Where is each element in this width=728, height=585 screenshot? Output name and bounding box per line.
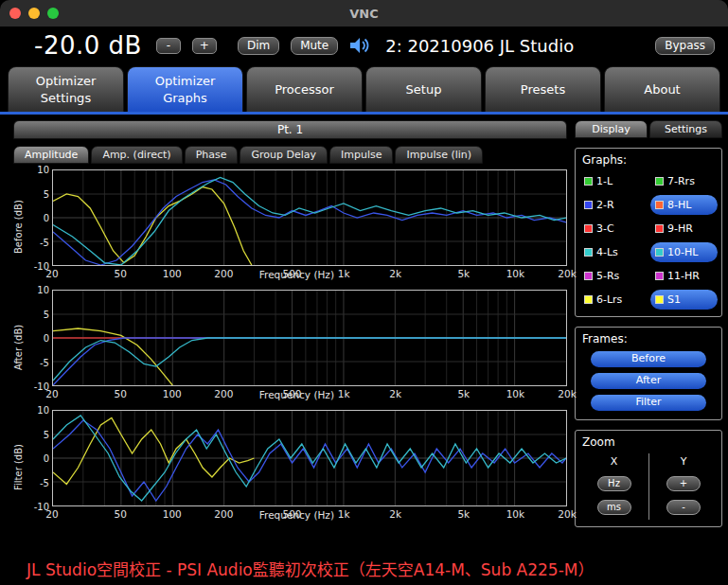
- y-tick-column: 1050-5-10: [27, 410, 52, 506]
- zoom-y-minus-button[interactable]: -: [666, 500, 701, 515]
- channel-button-9-hr[interactable]: 9-HR: [650, 219, 718, 239]
- x-tick-label: 5k: [457, 388, 470, 399]
- channel-grid: 1-L2-R3-C4-Ls5-Rs6-Lrs7-Rrs8-HL9-HR10-HL…: [579, 171, 718, 310]
- mute-button[interactable]: Mute: [291, 37, 338, 55]
- tab-setup[interactable]: Setup: [365, 66, 482, 112]
- x-tick-label: 1k: [338, 268, 350, 279]
- x-tick-label: 10k: [506, 508, 524, 520]
- channel-color-swatch: [584, 224, 593, 233]
- channel-label: 3-C: [596, 222, 614, 235]
- zoom-x-ms-button[interactable]: ms: [597, 500, 631, 515]
- tab-presets[interactable]: Presets: [485, 66, 601, 112]
- bypass-button[interactable]: Bypass: [655, 37, 715, 55]
- x-tick-row: 20501002005001k2k5k10k20kFrequency (Hz): [52, 506, 567, 524]
- frame-button-before[interactable]: Before: [591, 351, 706, 367]
- minimize-button[interactable]: [28, 8, 40, 19]
- y-tick-label: 0: [44, 453, 49, 464]
- x-tick-label: 2k: [389, 388, 401, 399]
- channel-color-swatch: [584, 272, 593, 280]
- titlebar: VNC: [0, 0, 728, 27]
- zoom-group-label: Zoom: [582, 435, 718, 449]
- channel-color-swatch: [655, 201, 664, 209]
- channel-button-1-l[interactable]: 1-L: [579, 171, 647, 191]
- frame-button-after[interactable]: After: [591, 373, 706, 389]
- window-title: VNC: [349, 7, 378, 21]
- channel-button-5-rs[interactable]: 5-Rs: [579, 266, 647, 286]
- channel-button-6-lrs[interactable]: 6-Lrs: [579, 290, 647, 310]
- fullscreen-button[interactable]: [47, 8, 59, 19]
- zoom-columns: X Hzms Y +-: [579, 453, 718, 520]
- x-tick-label: 100: [163, 388, 182, 399]
- main-tab-bar: OptimizerSettingsOptimizerGraphsProcesso…: [0, 64, 728, 112]
- volume-bar: -20.0 dB - + Dim Mute 2: 20210906 JL Stu…: [0, 27, 728, 64]
- zoom-x-hz-button[interactable]: Hz: [597, 476, 631, 491]
- graph-tab-impulse[interactable]: Impulse: [329, 146, 393, 164]
- channel-button-3-c[interactable]: 3-C: [579, 219, 647, 239]
- y-tick-label: -5: [40, 357, 49, 367]
- panel-tab-display[interactable]: Display: [575, 120, 648, 138]
- control-panel: DisplaySettings Graphs: 1-L2-R3-C4-Ls5-R…: [575, 120, 722, 551]
- y-axis-label: Filter (dB): [13, 410, 27, 524]
- y-tick-label: 5: [44, 429, 49, 439]
- zoom-x-header: X: [611, 455, 618, 468]
- graph-tab-group-delay[interactable]: Group Delay: [240, 146, 328, 164]
- x-tick-row: 20501002005001k2k5k10k20kFrequency (Hz): [52, 386, 567, 404]
- frames-list: BeforeAfterFilter: [579, 350, 718, 413]
- channel-label: 4-Ls: [596, 246, 618, 258]
- graph-tab-impulse-lin[interactable]: Impulse (lin): [395, 146, 483, 164]
- frames-group: Frames: BeforeAfterFilter: [575, 327, 722, 420]
- channel-button-7-rrs[interactable]: 7-Rrs: [650, 171, 718, 191]
- graph-tab-phase[interactable]: Phase: [185, 146, 239, 164]
- zoom-y-plus-button[interactable]: +: [666, 476, 701, 491]
- channel-button-s1[interactable]: S1: [650, 290, 718, 310]
- panel-tabs: DisplaySettings: [575, 120, 722, 138]
- x-tick-label: 20k: [558, 508, 576, 520]
- volume-down-button[interactable]: -: [156, 38, 181, 54]
- y-tick-label: 10: [37, 285, 49, 295]
- channel-color-swatch: [584, 201, 593, 209]
- graph-before: Before (dB)1050-5-1020501002005001k2k5k1…: [13, 169, 567, 284]
- channel-color-swatch: [655, 248, 664, 257]
- x-tick-label: 2k: [389, 268, 401, 279]
- y-tick-label: 0: [44, 333, 49, 344]
- tab-label: Presets: [521, 81, 565, 98]
- graph-tab-amp-direct[interactable]: Amp. (direct): [91, 146, 182, 164]
- close-button[interactable]: [9, 8, 21, 19]
- y-tick-label: 10: [37, 165, 49, 175]
- tab-optimizer-settings[interactable]: OptimizerSettings: [8, 66, 124, 112]
- channel-label: 6-Lrs: [596, 293, 622, 306]
- channel-button-11-hr[interactable]: 11-HR: [650, 266, 718, 286]
- x-tick-label: 50: [114, 388, 126, 399]
- channel-label: 2-R: [596, 199, 614, 211]
- channel-button-4-ls[interactable]: 4-Ls: [579, 242, 647, 262]
- status-text: JL Studio空間校正 - PSI Audio監聽初次校正（左天空A14-M…: [0, 551, 728, 585]
- graphs-group-label: Graphs:: [582, 153, 718, 167]
- volume-up-button[interactable]: +: [192, 38, 217, 54]
- tab-about[interactable]: About: [604, 66, 720, 112]
- plot-area-after: [52, 290, 567, 386]
- graphs-group: Graphs: 1-L2-R3-C4-Ls5-Rs6-Lrs7-Rrs8-HL9…: [575, 148, 722, 317]
- vnc-window: VNC -20.0 dB - + Dim Mute 2: 20210906 JL…: [0, 0, 728, 585]
- graph-tab-amplitude[interactable]: Amplitude: [13, 146, 89, 164]
- x-tick-label: 5k: [457, 508, 470, 520]
- x-tick-label: 100: [163, 268, 182, 279]
- tab-processor[interactable]: Processor: [246, 66, 363, 112]
- channel-label: 7-Rrs: [667, 175, 695, 187]
- channel-button-8-hl[interactable]: 8-HL: [650, 195, 718, 215]
- channel-button-10-hl[interactable]: 10-HL: [650, 242, 718, 262]
- tab-label: Optimizer: [155, 73, 216, 90]
- tab-optimizer-graphs[interactable]: OptimizerGraphs: [127, 66, 243, 112]
- dim-button[interactable]: Dim: [238, 37, 279, 55]
- channel-button-2-r[interactable]: 2-R: [579, 195, 647, 215]
- frame-button-filter[interactable]: Filter: [591, 395, 706, 411]
- y-tick-label: -5: [40, 237, 49, 247]
- x-tick-label: 2k: [389, 508, 401, 520]
- channel-color-swatch: [655, 272, 664, 280]
- x-tick-label: 20k: [558, 268, 576, 279]
- tab-label: Setup: [406, 81, 442, 98]
- channel-label: 9-HR: [667, 222, 693, 235]
- x-axis-label: Frequency (Hz): [259, 269, 334, 280]
- panel-tab-settings[interactable]: Settings: [649, 120, 722, 138]
- window-controls: [9, 0, 59, 27]
- graph-after: After (dB)1050-5-1020501002005001k2k5k10…: [13, 290, 567, 404]
